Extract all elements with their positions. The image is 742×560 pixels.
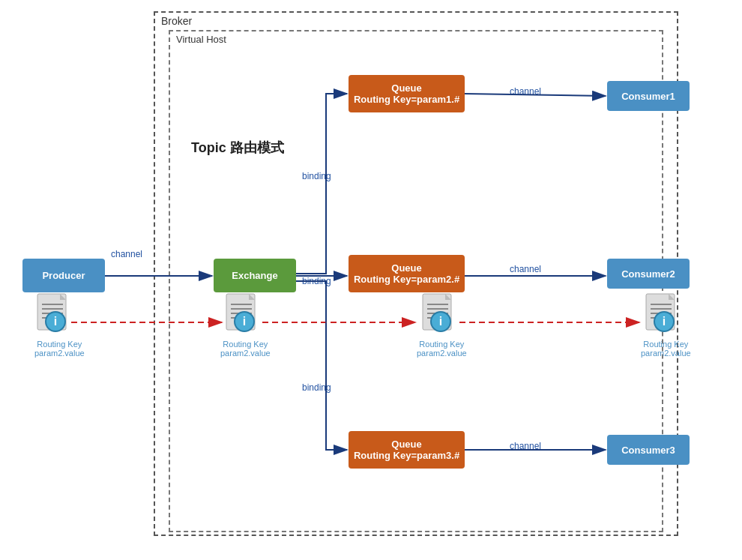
queue1-line1: Queue: [354, 82, 459, 94]
consumer3-label: Consumer3: [621, 445, 675, 456]
vhost-label: Virtual Host: [176, 34, 226, 45]
routing-label-producer: Routing Key param2.value: [34, 340, 85, 358]
binding-label-3: binding: [302, 382, 331, 393]
queue3-box: Queue Routing Key=param3.#: [349, 431, 465, 469]
queue3-line1: Queue: [354, 439, 459, 450]
queue2-line1: Queue: [354, 262, 459, 274]
binding-label-1: binding: [302, 171, 331, 181]
exchange-box: Exchange: [214, 259, 296, 292]
producer-label: Producer: [42, 270, 85, 281]
exchange-info-icon: i: [234, 311, 255, 332]
queue1-box: Queue Routing Key=param1.#: [349, 75, 465, 112]
producer-box: Producer: [22, 259, 105, 292]
queue3-line2: Routing Key=param3.#: [354, 450, 459, 461]
queue2-line2: Routing Key=param2.#: [354, 274, 459, 285]
consumer2-info-icon: i: [654, 311, 675, 332]
channel-label-2: channel: [510, 86, 541, 97]
queue2-box: Queue Routing Key=param2.#: [349, 255, 465, 292]
consumer3-box: Consumer3: [607, 435, 690, 465]
consumer2-box: Consumer2: [607, 259, 690, 289]
exchange-label: Exchange: [232, 270, 277, 281]
consumer2-label: Consumer2: [621, 268, 675, 280]
consumer1-box: Consumer1: [607, 81, 690, 111]
producer-info-icon: i: [45, 311, 66, 332]
routing-label-exchange: Routing Key param2.value: [220, 340, 271, 358]
diagram: Broker Virtual Host Topic 路由模式 Producer …: [0, 0, 742, 560]
consumer1-label: Consumer1: [621, 91, 675, 102]
binding-label-2: binding: [302, 276, 331, 286]
queue2-info-icon: i: [430, 311, 451, 332]
broker-label: Broker: [161, 15, 192, 27]
topic-title: Topic 路由模式: [191, 139, 284, 157]
channel-label-1: channel: [111, 249, 142, 259]
routing-label-queue2: Routing Key param2.value: [417, 340, 467, 358]
routing-label-consumer2: Routing Key param2.value: [641, 340, 691, 358]
channel-label-3: channel: [510, 264, 541, 274]
queue1-line2: Routing Key=param1.#: [354, 94, 459, 105]
channel-label-4: channel: [510, 441, 541, 451]
